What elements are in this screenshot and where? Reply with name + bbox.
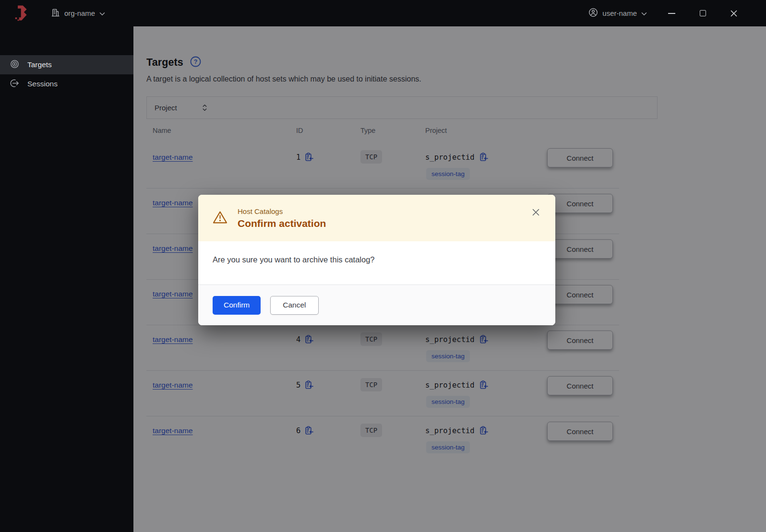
- cancel-button[interactable]: Cancel: [270, 296, 318, 315]
- app-window: org-name user-name: [0, 0, 766, 532]
- confirm-button[interactable]: Confirm: [213, 296, 261, 315]
- boundary-logo-icon: [14, 5, 29, 22]
- chevron-down-icon: [641, 9, 647, 17]
- maximize-button[interactable]: [698, 9, 707, 18]
- sidebar-item-label: Targets: [27, 60, 52, 69]
- sidebar: Targets Sessions: [0, 26, 133, 532]
- user-name-label: user-name: [602, 9, 637, 17]
- dialog-title: Confirm activation: [238, 218, 326, 229]
- org-switcher[interactable]: org-name: [51, 8, 105, 19]
- titlebar: org-name user-name: [0, 0, 766, 26]
- user-icon: [588, 8, 598, 19]
- minimize-button[interactable]: [667, 9, 676, 18]
- confirm-dialog: Host Catalogs Confirm activation Are you…: [198, 195, 555, 325]
- dialog-header: Host Catalogs Confirm activation: [198, 195, 555, 241]
- window-controls: [667, 9, 738, 18]
- org-name-label: org-name: [64, 9, 95, 17]
- enter-icon: [10, 79, 19, 90]
- dialog-body-text: Are you sure you want to archive this ca…: [198, 241, 555, 284]
- sidebar-item-targets[interactable]: Targets: [0, 55, 133, 74]
- bullseye-icon: [10, 59, 19, 71]
- user-menu[interactable]: user-name: [588, 8, 647, 19]
- close-dialog-button[interactable]: [530, 207, 541, 217]
- building-icon: [51, 8, 60, 19]
- warning-icon: [213, 211, 227, 226]
- chevron-down-icon: [99, 9, 105, 17]
- close-window-button[interactable]: [730, 9, 738, 18]
- sidebar-item-label: Sessions: [27, 80, 58, 88]
- dialog-tagline: Host Catalogs: [238, 207, 326, 215]
- sidebar-item-sessions[interactable]: Sessions: [0, 74, 133, 94]
- dialog-footer: Confirm Cancel: [198, 284, 555, 325]
